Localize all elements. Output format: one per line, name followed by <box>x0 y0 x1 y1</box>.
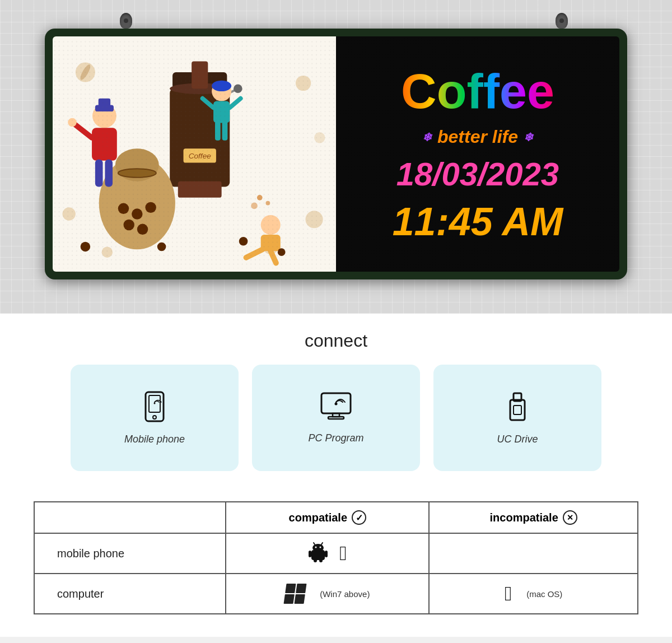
connect-section: connect Mobile phone <box>0 314 672 484</box>
compatibility-table: compatiale ✓ incompatiale ✕ mobile phone <box>34 501 638 614</box>
led-time: 11:45 AM <box>393 201 563 244</box>
led-coffee-text: Coffee <box>401 64 554 119</box>
pc-program-icon <box>319 392 353 426</box>
connect-card-uc[interactable]: UC Drive <box>433 365 601 471</box>
hanger-bolt-left <box>120 13 132 29</box>
svg-point-65 <box>312 544 324 552</box>
table-section: compatiale ✓ incompatiale ✕ mobile phone <box>0 484 672 637</box>
table-row-mobile: mobile phone <box>34 533 638 574</box>
svg-point-67 <box>320 546 321 548</box>
connect-card-mobile[interactable]: Mobile phone <box>71 365 239 471</box>
svg-rect-61 <box>510 400 525 420</box>
mobile-phone-icon <box>141 391 168 427</box>
table-header-empty <box>34 502 226 533</box>
svg-point-56 <box>153 416 156 419</box>
hanger-bolt-right <box>556 13 568 29</box>
check-icon: ✓ <box>352 510 366 525</box>
svg-point-66 <box>315 546 317 548</box>
connect-card-pc[interactable]: PC Program <box>252 365 420 471</box>
led-sign: Coffee <box>45 29 627 279</box>
apple-icon-mobile:  <box>339 542 347 565</box>
svg-rect-51 <box>53 40 336 269</box>
svg-rect-60 <box>328 417 344 419</box>
led-better-life: ❄ better life ❄ <box>422 127 533 147</box>
svg-line-68 <box>314 543 315 544</box>
svg-rect-73 <box>319 559 323 562</box>
sign-hanger <box>53 13 635 29</box>
svg-rect-53 <box>146 392 164 421</box>
svg-rect-71 <box>325 551 328 557</box>
svg-line-69 <box>321 543 323 544</box>
sign-led-display: Coffee ❄ better life ❄ 18/03/2023 11:45 … <box>336 36 619 272</box>
android-icon <box>308 542 328 565</box>
win-note: (Win7 above) <box>320 589 370 599</box>
table-row-computer: computer (Win7 above) <box>34 574 638 614</box>
pc-program-label: PC Program <box>308 432 363 444</box>
uc-drive-icon <box>505 391 530 427</box>
led-date: 18/03/2023 <box>396 156 559 192</box>
mobile-phone-label: Mobile phone <box>124 434 185 445</box>
table-cell-mobile-compat:  <box>226 533 429 574</box>
table-cell-mobile-label: mobile phone <box>34 533 226 574</box>
sign-illustration: Coffee <box>53 36 336 272</box>
connect-title: connect <box>34 330 638 351</box>
x-icon: ✕ <box>563 510 577 525</box>
table-cell-computer-compat: (Win7 above) <box>226 574 429 614</box>
uc-drive-label: UC Drive <box>497 434 538 445</box>
sign-display: Coffee <box>53 36 619 272</box>
apple-icon-mac:  <box>505 582 512 605</box>
windows-icon <box>285 584 305 604</box>
table-cell-mobile-incompat <box>429 533 638 574</box>
sign-section: Coffee <box>0 0 672 314</box>
mac-note: (mac OS) <box>526 589 562 599</box>
table-cell-computer-label: computer <box>34 574 226 614</box>
connect-cards: Mobile phone PC Program <box>34 365 638 471</box>
svg-point-55 <box>154 402 156 404</box>
svg-rect-70 <box>309 551 311 557</box>
svg-point-58 <box>335 402 338 405</box>
table-header-compatible: compatiale ✓ <box>226 502 429 533</box>
svg-rect-63 <box>514 406 521 414</box>
svg-rect-72 <box>314 559 317 562</box>
table-header-incompatible: incompatiale ✕ <box>429 502 638 533</box>
table-cell-computer-incompat:  (mac OS) <box>429 574 638 614</box>
